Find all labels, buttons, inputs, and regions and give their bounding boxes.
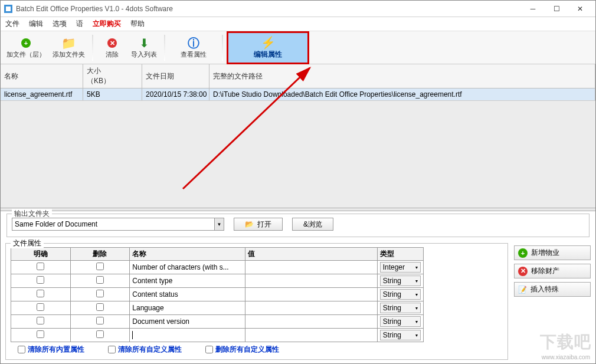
- window-title: Batch Edit Office Properties V1.0 - 4dot…: [16, 5, 521, 13]
- insert-special-button[interactable]: 📝插入特殊: [514, 282, 591, 297]
- property-row[interactable]: String▾: [11, 329, 424, 342]
- prop-value-cell[interactable]: [245, 329, 378, 342]
- col-header-path[interactable]: 完整的文件路径: [209, 64, 595, 88]
- cell-name: license_agreement.rtf: [1, 88, 83, 100]
- delete-checkbox[interactable]: [96, 330, 104, 338]
- prop-name-cell[interactable]: Content status: [130, 288, 245, 301]
- view-properties-button[interactable]: ⓘ 查看属性: [170, 32, 217, 63]
- footer-checks: 清除所有内置属性 清除所有自定义属性 删除所有自定义属性: [11, 342, 503, 357]
- property-row[interactable]: LanguageString▾: [11, 301, 424, 315]
- property-row[interactable]: Document versionString▾: [11, 315, 424, 329]
- delete-circle-icon: ✕: [105, 36, 119, 50]
- th-value[interactable]: 值: [245, 248, 378, 261]
- col-header-date[interactable]: 文件日期: [142, 64, 209, 88]
- prop-value-cell[interactable]: [245, 261, 378, 274]
- delete-checkbox[interactable]: [96, 290, 104, 297]
- col-header-name[interactable]: 名称: [1, 64, 83, 88]
- plus-circle-icon: +: [19, 36, 33, 50]
- cell-path: D:\iTube Studio Downloaded\Batch Edit Of…: [209, 88, 595, 100]
- prop-type-cell[interactable]: String▾: [377, 274, 423, 288]
- table-row[interactable]: license_agreement.rtf 5KB 2020/10/15 7:3…: [1, 88, 595, 101]
- open-folder-button[interactable]: 📂 打开: [234, 218, 283, 231]
- add-files-button[interactable]: + 加文件（层）: [4, 32, 48, 63]
- prop-type-cell[interactable]: Integer▾: [377, 261, 423, 274]
- delete-custom-checkbox[interactable]: 删除所有自定义属性: [205, 345, 279, 355]
- prop-name-cell[interactable]: Content type: [130, 274, 245, 288]
- th-delete[interactable]: 删除: [70, 248, 130, 261]
- clear-custom-checkbox[interactable]: 清除所有自定义属性: [108, 345, 182, 355]
- file-grid: 名称 大小（KB） 文件日期 完整的文件路径 license_agreement…: [1, 64, 595, 101]
- menu-edit[interactable]: 编辑: [29, 19, 43, 29]
- th-name[interactable]: 名称: [130, 248, 245, 261]
- import-icon-arrow: ⬇: [137, 36, 151, 50]
- properties-table: 明确 删除 名称 值 类型 Number of characters (with…: [11, 247, 424, 342]
- output-folder-group: 输出文件夹 Same Folder of Document ▼ 📂 打开 &浏览: [6, 214, 590, 237]
- edit-properties-button[interactable]: ⚡ 编辑属性: [227, 31, 309, 64]
- watermark-brand: 下载吧: [540, 331, 591, 353]
- prop-value-cell[interactable]: [245, 274, 378, 288]
- menu-buynow[interactable]: 立即购买: [93, 19, 121, 29]
- titlebar: Batch Edit Office Properties V1.0 - 4dot…: [1, 1, 595, 17]
- property-row[interactable]: Number of characters (with s...Integer▾: [11, 261, 424, 274]
- prop-type-cell[interactable]: String▾: [377, 329, 423, 342]
- add-property-button[interactable]: +新增物业: [514, 245, 591, 260]
- menu-options[interactable]: 选项: [53, 19, 67, 29]
- property-row[interactable]: Content statusString▾: [11, 288, 424, 301]
- menu-file[interactable]: 文件: [5, 19, 19, 29]
- prop-type-cell[interactable]: String▾: [377, 301, 423, 315]
- menu-language[interactable]: 语: [76, 19, 83, 29]
- prop-name-cell[interactable]: [130, 329, 245, 342]
- combo-dropdown-icon: ▼: [214, 218, 224, 230]
- chevron-down-icon: ▾: [415, 292, 418, 297]
- delete-icon: ✕: [518, 267, 528, 276]
- chevron-down-icon: ▾: [415, 319, 418, 324]
- app-icon: [4, 5, 12, 13]
- lightning-icon: ⚡: [261, 35, 276, 50]
- cell-date: 2020/10/15 7:38:00: [142, 88, 209, 100]
- delete-checkbox[interactable]: [96, 317, 104, 324]
- prop-value-cell[interactable]: [245, 315, 378, 329]
- output-folder-combo[interactable]: Same Folder of Document ▼: [12, 218, 224, 231]
- property-row[interactable]: Content typeString▾: [11, 274, 424, 288]
- svg-rect-1: [6, 6, 11, 11]
- th-explicit[interactable]: 明确: [11, 248, 71, 261]
- col-header-size[interactable]: 大小（KB）: [83, 64, 142, 88]
- explicit-checkbox[interactable]: [37, 330, 44, 338]
- explicit-checkbox[interactable]: [37, 303, 44, 311]
- add-folder-button[interactable]: 📁 添加文件夹: [50, 32, 87, 63]
- delete-checkbox[interactable]: [96, 276, 104, 284]
- toolbar-separator: [92, 35, 93, 61]
- prop-value-cell[interactable]: [245, 301, 378, 315]
- file-properties-group: 文件属性 明确 删除 名称 值 类型 Number of characters …: [5, 243, 508, 360]
- close-button[interactable]: ✕: [568, 1, 592, 17]
- browse-button[interactable]: &浏览: [292, 218, 333, 231]
- chevron-down-icon: ▾: [415, 333, 418, 338]
- chevron-down-icon: ▾: [415, 265, 418, 270]
- delete-checkbox[interactable]: [96, 303, 104, 311]
- prop-type-cell[interactable]: String▾: [377, 288, 423, 301]
- menu-help[interactable]: 帮助: [130, 19, 145, 29]
- toolbar: + 加文件（层） 📁 添加文件夹 ✕ 清除 ⬇ 导入列表 ⓘ 查看属性 ⚡ 编辑…: [1, 31, 595, 64]
- explicit-checkbox[interactable]: [37, 276, 44, 284]
- grid-empty-area: [1, 101, 595, 208]
- prop-name-cell[interactable]: Language: [130, 301, 245, 315]
- plus-icon: +: [518, 248, 528, 258]
- file-properties-legend: 文件属性: [11, 238, 44, 248]
- explicit-checkbox[interactable]: [37, 317, 44, 324]
- clear-builtin-checkbox[interactable]: 清除所有内置属性: [18, 345, 84, 355]
- minimize-button[interactable]: ─: [521, 1, 545, 17]
- grid-header: 名称 大小（KB） 文件日期 完整的文件路径: [1, 64, 595, 88]
- prop-name-cell[interactable]: Number of characters (with s...: [130, 261, 245, 274]
- remove-property-button[interactable]: ✕移除财产: [514, 264, 591, 278]
- prop-value-cell[interactable]: [245, 288, 378, 301]
- th-type[interactable]: 类型: [377, 248, 423, 261]
- explicit-checkbox[interactable]: [37, 290, 44, 297]
- prop-name-cell[interactable]: Document version: [130, 315, 245, 329]
- explicit-checkbox[interactable]: [37, 263, 44, 270]
- delete-checkbox[interactable]: [96, 263, 104, 270]
- prop-type-cell[interactable]: String▾: [377, 315, 423, 329]
- clear-button[interactable]: ✕ 清除: [98, 32, 126, 63]
- maximize-button[interactable]: ☐: [545, 1, 568, 17]
- folder-open-icon: 📂: [245, 220, 254, 228]
- import-list-button[interactable]: ⬇ 导入列表: [129, 32, 159, 63]
